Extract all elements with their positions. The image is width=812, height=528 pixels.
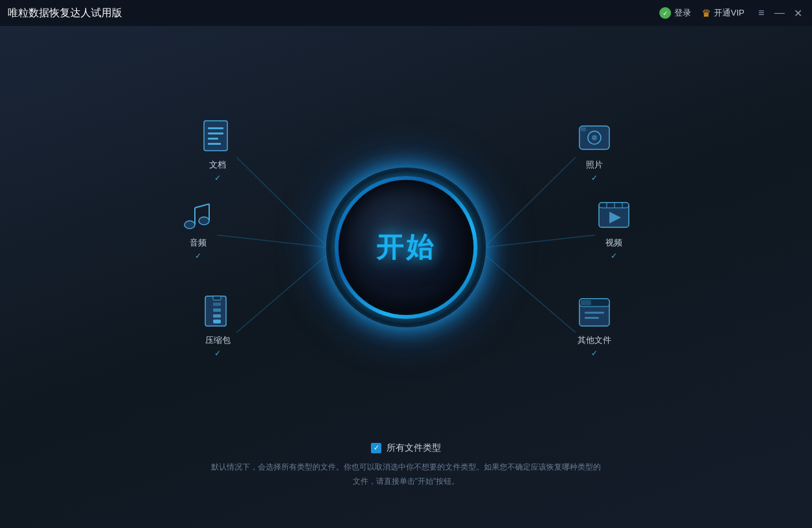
login-button[interactable]: ✓ 登录 (659, 7, 691, 19)
vip-button[interactable]: ♛ 开通VIP (702, 7, 744, 19)
menu-button[interactable]: ≡ (755, 6, 768, 19)
close-button[interactable]: ✕ (791, 6, 804, 19)
bottom-area: ✓ 所有文件类型 默认情况下，会选择所有类型的文件。你也可以取消选中你不想要的文… (211, 442, 601, 488)
svg-rect-21 (213, 320, 221, 323)
audio-file-type[interactable]: 音频 ✓ (179, 195, 218, 260)
photo-icon (575, 118, 614, 157)
svg-rect-7 (208, 127, 223, 129)
video-label: 视频 (605, 237, 622, 249)
login-icon: ✓ (659, 7, 671, 19)
titlebar: 唯粒数据恢复达人试用版 ✓ 登录 ♛ 开通VIP ≡ — ✕ (0, 0, 812, 26)
video-file-type[interactable]: 视频 ✓ (594, 195, 633, 260)
photo-check: ✓ (591, 173, 598, 182)
svg-line-15 (195, 204, 209, 208)
window-controls: ≡ — ✕ (755, 6, 804, 19)
all-types-row: ✓ 所有文件类型 (371, 442, 441, 454)
other-file-type[interactable]: 其他文件 ✓ (575, 293, 614, 358)
svg-line-1 (217, 235, 328, 247)
svg-rect-18 (213, 303, 221, 306)
svg-rect-27 (599, 203, 629, 208)
zip-check: ✓ (214, 349, 221, 358)
svg-line-2 (236, 254, 328, 333)
doc-check: ✓ (214, 173, 221, 182)
svg-rect-9 (208, 138, 218, 140)
svg-point-11 (184, 221, 195, 229)
vip-crown-icon: ♛ (702, 7, 711, 19)
svg-rect-19 (213, 308, 221, 312)
svg-point-24 (592, 135, 597, 140)
zip-file-type[interactable]: 压缩包 ✓ (198, 293, 237, 358)
svg-rect-6 (204, 121, 227, 151)
svg-rect-34 (585, 312, 604, 314)
all-types-checkbox[interactable]: ✓ (371, 443, 381, 453)
video-check: ✓ (611, 251, 617, 260)
center-area: 文档 ✓ 音频 ✓ (159, 66, 653, 429)
video-icon (594, 195, 633, 234)
svg-rect-35 (585, 317, 599, 319)
photo-label: 照片 (586, 159, 603, 171)
svg-line-0 (236, 157, 328, 247)
photo-file-type[interactable]: 照片 ✓ (575, 118, 614, 182)
audio-check: ✓ (195, 251, 201, 260)
zip-label: 压缩包 (205, 334, 231, 346)
doc-file-type[interactable]: 文档 ✓ (198, 118, 237, 182)
zip-icon (198, 293, 237, 332)
doc-icon (198, 118, 237, 157)
svg-point-12 (199, 217, 209, 225)
other-icon (575, 293, 614, 332)
svg-rect-10 (208, 143, 221, 145)
svg-rect-36 (581, 300, 591, 305)
start-label: 开始 (376, 229, 436, 266)
all-types-label: 所有文件类型 (387, 442, 441, 454)
svg-rect-25 (581, 127, 586, 131)
svg-line-5 (484, 254, 576, 333)
svg-rect-8 (208, 132, 223, 134)
doc-label: 文档 (209, 159, 226, 171)
minimize-button[interactable]: — (773, 6, 786, 19)
svg-line-3 (484, 157, 576, 247)
audio-icon (179, 195, 218, 234)
other-label: 其他文件 (577, 334, 611, 346)
svg-rect-17 (213, 296, 221, 300)
description-text: 默认情况下，会选择所有类型的文件。你也可以取消选中你不想要的文件类型。如果您不确… (211, 460, 601, 488)
svg-line-4 (484, 235, 595, 247)
other-check: ✓ (591, 349, 598, 358)
audio-label: 音频 (190, 237, 207, 249)
app-title: 唯粒数据恢复达人试用版 (8, 6, 122, 20)
start-button[interactable]: 开始 (328, 170, 484, 325)
svg-rect-20 (213, 314, 221, 318)
main-content: 文档 ✓ 音频 ✓ (0, 26, 812, 528)
